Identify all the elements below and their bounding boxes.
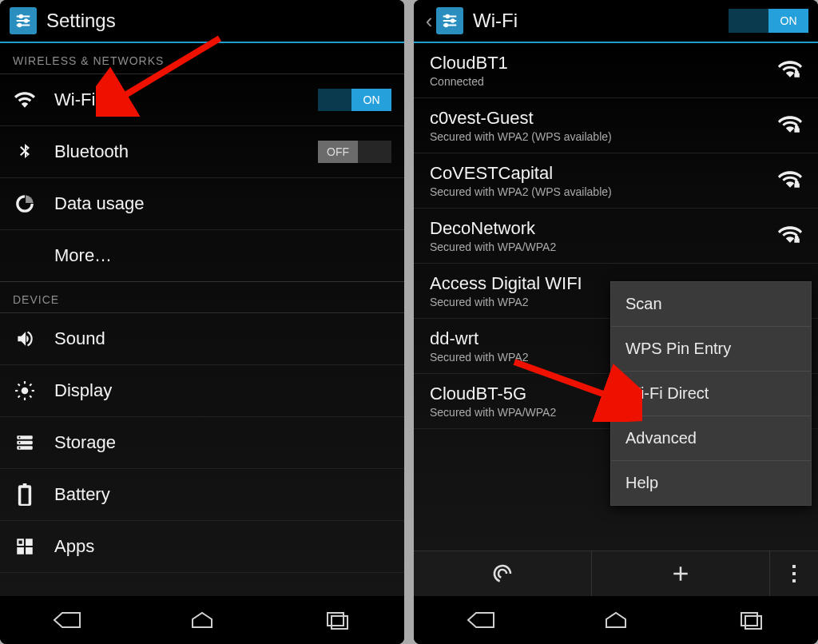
page-title: Settings [46, 10, 395, 32]
row-wifi[interactable]: Wi-Fi ON [0, 74, 404, 126]
nav-bar [414, 596, 818, 644]
network-name: CloudBT1 [430, 53, 768, 74]
header: ‹ Wi-Fi ON [414, 0, 818, 43]
nav-recent-button[interactable] [313, 604, 361, 636]
storage-icon [13, 431, 37, 455]
svg-point-3 [25, 19, 28, 22]
network-status: Secured with WPA/WPA2 [430, 241, 768, 253]
svg-rect-41 [745, 616, 761, 629]
wifi-network-row[interactable]: CloudBT1 Connected [414, 43, 818, 98]
settings-app-icon [10, 7, 37, 34]
wifi-network-row[interactable]: c0vest-Guest Secured with WPA2 (WPS avai… [414, 98, 818, 153]
menu-item-scan[interactable]: Scan [611, 282, 811, 327]
menu-item-advanced[interactable]: Advanced [611, 416, 811, 461]
wifi-signal-icon [776, 113, 804, 138]
svg-point-5 [18, 24, 22, 27]
svg-line-11 [18, 384, 20, 386]
row-storage[interactable]: Storage [0, 417, 404, 469]
battery-icon [13, 483, 37, 507]
svg-point-27 [451, 19, 455, 22]
section-header-device: DEVICE [0, 282, 404, 313]
sound-icon [13, 327, 37, 351]
row-label: Battery [54, 484, 391, 505]
row-bluetooth[interactable]: Bluetooth OFF [0, 126, 404, 178]
svg-point-18 [19, 437, 21, 439]
row-battery[interactable]: Battery [0, 469, 404, 521]
menu-item-help[interactable]: Help [611, 461, 811, 505]
row-label: Wi-Fi [54, 89, 310, 110]
svg-line-14 [30, 384, 31, 386]
svg-point-25 [446, 15, 449, 18]
svg-point-29 [445, 24, 448, 27]
nav-bar [0, 596, 404, 644]
bluetooth-icon [13, 140, 37, 164]
svg-rect-38 [792, 572, 796, 575]
wps-button[interactable] [414, 551, 591, 596]
row-label: Sound [54, 328, 391, 349]
overflow-menu: Scan WPS Pin Entry Wi-Fi Direct Advanced… [610, 281, 812, 506]
display-icon [13, 379, 37, 403]
svg-point-1 [19, 15, 22, 18]
nav-back-button[interactable] [457, 604, 505, 636]
toggle-label: ON [351, 89, 391, 111]
svg-line-12 [30, 396, 31, 397]
screen: Settings WIRELESS & NETWORKS Wi-Fi ON [0, 0, 404, 596]
svg-point-20 [19, 447, 21, 449]
menu-item-wifi-direct[interactable]: Wi-Fi Direct [611, 372, 811, 416]
row-label: More… [54, 245, 391, 266]
row-label: Display [54, 380, 391, 401]
row-label: Apps [54, 536, 391, 557]
svg-rect-21 [328, 613, 343, 626]
row-label: Bluetooth [54, 141, 310, 162]
apps-icon [13, 535, 37, 559]
settings-app-icon[interactable] [436, 7, 463, 34]
toggle-label: ON [768, 9, 808, 33]
row-display[interactable]: Display [0, 365, 404, 417]
nav-home-button[interactable] [592, 604, 640, 636]
wifi-signal-icon [776, 168, 804, 193]
svg-rect-39 [792, 579, 796, 582]
svg-line-13 [18, 396, 20, 397]
add-network-button[interactable] [591, 551, 769, 596]
row-data-usage[interactable]: Data usage [0, 178, 404, 230]
nav-home-button[interactable] [178, 604, 226, 636]
wifi-master-toggle[interactable]: ON [729, 9, 808, 33]
screen: ‹ Wi-Fi ON Cloud [414, 0, 818, 596]
page-title: Wi-Fi [473, 10, 729, 32]
section-header-wireless: WIRELESS & NETWORKS [0, 43, 404, 74]
svg-rect-37 [792, 565, 796, 568]
network-status: Secured with WPA2 (WPS available) [430, 185, 768, 198]
row-apps[interactable]: Apps [0, 521, 404, 573]
wifi-icon [13, 88, 37, 112]
svg-rect-40 [741, 613, 757, 626]
svg-point-6 [22, 388, 29, 395]
sliders-icon [441, 12, 459, 30]
settings-list[interactable]: WIRELESS & NETWORKS Wi-Fi ON [0, 43, 404, 596]
network-name: c0vest-Guest [430, 108, 768, 129]
phone-settings: Settings WIRELESS & NETWORKS Wi-Fi ON [0, 0, 404, 644]
menu-item-wps-pin[interactable]: WPS Pin Entry [611, 327, 811, 372]
back-chevron-icon[interactable]: ‹ [423, 9, 435, 34]
overflow-menu-button[interactable] [769, 551, 818, 596]
network-status: Secured with WPA2 (WPS available) [430, 130, 768, 143]
header: Settings [0, 0, 404, 43]
row-label: Storage [54, 432, 391, 453]
toggle-label: OFF [318, 141, 358, 163]
svg-rect-22 [332, 616, 347, 629]
wifi-toggle[interactable]: ON [318, 89, 391, 111]
wifi-network-row[interactable]: CoVESTCapital Secured with WPA2 (WPS ava… [414, 153, 818, 209]
row-label: Data usage [54, 193, 391, 214]
phone-wifi: ‹ Wi-Fi ON Cloud [414, 0, 818, 644]
row-sound[interactable]: Sound [0, 313, 404, 365]
svg-point-19 [19, 442, 21, 443]
bluetooth-toggle[interactable]: OFF [318, 141, 391, 163]
sliders-icon [14, 12, 32, 30]
nav-back-button[interactable] [43, 604, 91, 636]
network-status: Connected [430, 75, 768, 88]
network-name: DecoNetwork [430, 218, 768, 239]
wifi-network-row[interactable]: DecoNetwork Secured with WPA/WPA2 [414, 209, 818, 264]
row-more[interactable]: More… [0, 230, 404, 282]
network-name: CoVESTCapital [430, 163, 768, 184]
nav-recent-button[interactable] [727, 604, 775, 636]
wifi-signal-icon [776, 223, 804, 248]
